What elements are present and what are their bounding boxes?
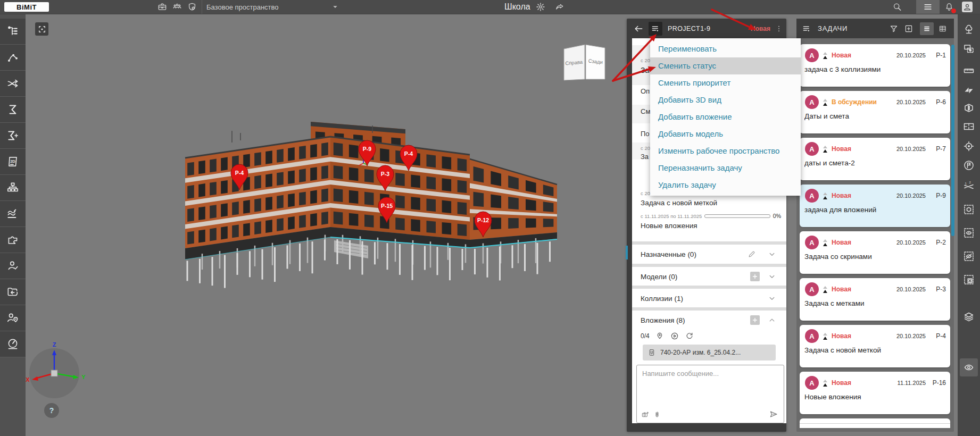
task-date: 11.11.2025: [898, 380, 926, 386]
settings-gear-icon[interactable]: [535, 2, 546, 12]
tool-plan-view[interactable]: [960, 118, 978, 136]
task-card-P-1[interactable]: AНовая20.10.2025P-1задача с 3 коллизиями: [800, 44, 950, 87]
back-icon[interactable]: [633, 23, 644, 34]
sidebar-item-org-chart[interactable]: [0, 175, 26, 201]
attach-icon[interactable]: [653, 410, 661, 419]
chevron-down-icon[interactable]: [767, 272, 777, 281]
projects-icon[interactable]: [157, 2, 168, 12]
tool-selection-eye-off[interactable]: [960, 247, 978, 265]
menu-item[interactable]: Переименовать: [650, 40, 801, 57]
sidebar-item-shuffle[interactable]: [0, 71, 26, 97]
task-card-P-3[interactable]: AНовая20.10.2025P-3Задача с метками: [800, 278, 950, 321]
add-button[interactable]: [750, 272, 760, 281]
flag-icon: [962, 159, 975, 172]
task-card-P-9[interactable]: AНовая20.10.2025P-9задача для вложений: [800, 185, 950, 227]
panel-toggle-button[interactable]: [916, 0, 940, 14]
team-icon[interactable]: [172, 2, 182, 12]
kebab-icon[interactable]: [775, 24, 783, 33]
task-card-P-16[interactable]: AНовая11.11.2025P-16Новые вложения: [800, 372, 950, 414]
play-icon[interactable]: [670, 331, 679, 341]
sidebar-item-plugin-puzzle[interactable]: [0, 227, 26, 253]
menu-item[interactable]: Добавить 3D вид: [650, 91, 801, 108]
search-icon[interactable]: [892, 2, 902, 12]
task-card-P-4[interactable]: AНовая20.10.2025P-4Задача с новой меткой: [800, 325, 950, 367]
admin-icon[interactable]: [187, 2, 197, 12]
list-view-button[interactable]: [920, 22, 934, 35]
add-button[interactable]: [750, 315, 760, 325]
sidebar-item-sum-add[interactable]: [0, 123, 26, 149]
send-icon[interactable]: [769, 409, 778, 419]
tool-locate-target[interactable]: [960, 137, 978, 155]
task-status: Новая: [832, 332, 851, 340]
section-Назначенные (0)[interactable]: Назначенные (0): [632, 245, 786, 264]
chevron-down-icon[interactable]: [767, 294, 777, 303]
tool-ruler[interactable]: [960, 62, 978, 80]
file-icon: [647, 348, 656, 357]
tasks-menu-icon[interactable]: [802, 24, 811, 33]
task-card-P-6[interactable]: AВ обсуждении20.10.2025P-6Даты и смета: [800, 91, 950, 133]
task-title: даты и смета-2: [804, 159, 946, 167]
camera-icon[interactable]: [641, 410, 650, 419]
menu-item[interactable]: Сменить приоритет: [650, 74, 801, 91]
section-Коллизии (1)[interactable]: Коллизии (1): [632, 289, 786, 308]
sidebar-item-user-location[interactable]: [0, 305, 26, 331]
filter-icon[interactable]: [889, 24, 899, 33]
chevron-down-icon[interactable]: [330, 2, 340, 12]
project-title: Школа: [504, 0, 530, 14]
sidebar-item-model-tree[interactable]: [0, 19, 26, 45]
tool-screenshot-frames[interactable]: [960, 40, 978, 58]
add-task-icon[interactable]: [904, 24, 913, 33]
tool-selection-clear[interactable]: [960, 271, 978, 289]
sidebar-item-user-check[interactable]: [0, 253, 26, 279]
menu-item[interactable]: Сменить статус: [650, 57, 801, 74]
chevron-up-icon[interactable]: [767, 315, 777, 325]
message-input[interactable]: Напишите сообщение...: [642, 370, 719, 378]
menu-item[interactable]: Переназначить задачу: [650, 160, 801, 177]
tool-cube-section[interactable]: [960, 99, 978, 117]
pin-filter-icon[interactable]: [655, 331, 665, 341]
priority-icon: [823, 98, 828, 106]
tool-flag[interactable]: [960, 156, 978, 174]
sidebar-item-sum[interactable]: [0, 97, 26, 123]
app-logo[interactable]: BiMiT: [4, 2, 49, 12]
tool-grid-axes[interactable]: 12: [960, 178, 978, 196]
task-status-badge[interactable]: Новая: [751, 25, 770, 32]
menu-item[interactable]: Добавить вложение: [650, 108, 801, 125]
scrollbar[interactable]: [951, 45, 954, 236]
tool-visibility[interactable]: [960, 358, 978, 376]
account-icon[interactable]: [962, 2, 973, 12]
table-view-button[interactable]: [936, 22, 950, 35]
axis-x-label: X: [26, 376, 30, 383]
notifications-button[interactable]: [944, 2, 954, 12]
menu-item[interactable]: Изменить рабочее пространство: [650, 142, 801, 160]
tool-section-plane[interactable]: [960, 81, 978, 99]
workspace-selector[interactable]: Базовое пространство: [206, 0, 279, 14]
sidebar-item-folder-transfer[interactable]: [0, 279, 26, 305]
attachment-item[interactable]: 740-20-АР изм. 6_25.04.2...: [643, 345, 776, 360]
tool-layers[interactable]: [960, 308, 978, 326]
menu-item[interactable]: Удалить задачу: [650, 177, 801, 194]
task-card-P-7[interactable]: AНовая20.10.2025P-7даты и смета-2: [800, 138, 950, 180]
task-card-P-2[interactable]: AНовая20.10.2025P-2Задача со скринами: [800, 231, 950, 274]
pin-label: P-4: [235, 170, 244, 176]
refresh-icon[interactable]: [685, 331, 694, 341]
share-icon[interactable]: [554, 2, 565, 12]
help-button[interactable]: ?: [44, 403, 59, 418]
subtask-row[interactable]: с 11.11.2025 по 11.11.20250%Новые вложен…: [641, 212, 781, 230]
section-label: Вложения (8): [641, 316, 685, 324]
tool-selection-cube[interactable]: [960, 200, 978, 219]
menu-item[interactable]: Добавить модель: [650, 125, 801, 142]
sidebar-item-sheet-2d[interactable]: 2D: [0, 149, 26, 175]
edit-icon[interactable]: [747, 249, 757, 259]
section-Вложения (8)[interactable]: Вложения (8): [632, 311, 786, 330]
sidebar-item-connections[interactable]: [0, 45, 26, 71]
section-Модели (0)[interactable]: Модели (0): [632, 267, 786, 286]
tool-selection-eye[interactable]: [960, 224, 978, 242]
tool-tree[interactable]: [960, 20, 978, 38]
sidebar-item-trend-chart[interactable]: [0, 201, 26, 227]
focus-view-button[interactable]: [35, 22, 48, 36]
task-menu-button[interactable]: [649, 22, 662, 36]
sidebar-item-gauge[interactable]: [0, 331, 26, 357]
user-location-icon: [6, 311, 20, 325]
chevron-down-icon[interactable]: [767, 249, 777, 259]
